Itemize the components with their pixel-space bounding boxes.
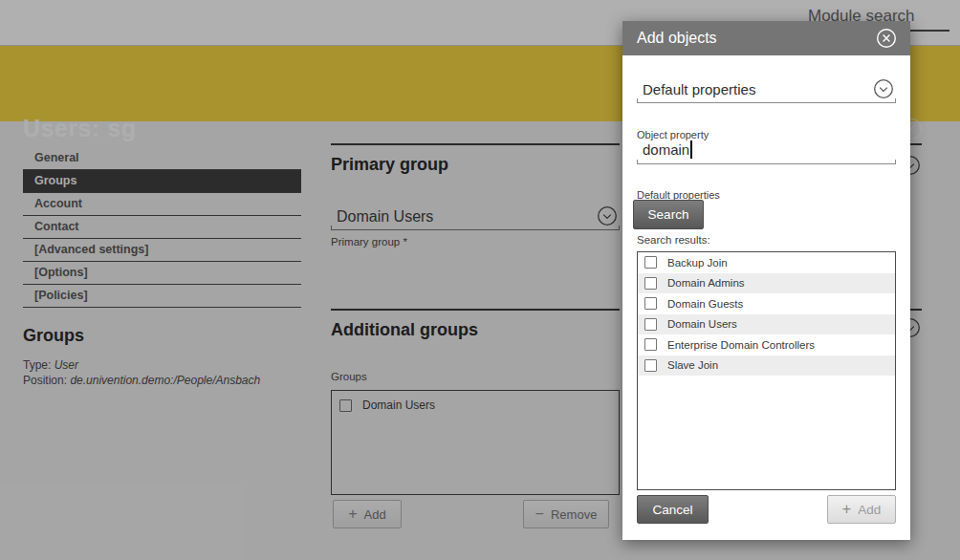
checkbox[interactable] [644,318,657,331]
search-result-label: Backup Join [667,257,728,269]
search-button[interactable]: Search [633,200,704,229]
dialog-close-icon[interactable] [876,28,897,49]
search-result-label: Enterprise Domain Controllers [667,339,815,351]
search-result-label: Slave Join [667,359,718,371]
checkbox[interactable] [644,297,657,310]
search-results-label: Search results: [637,234,710,246]
search-term-value: domain [643,140,692,159]
search-result-label: Domain Guests [667,298,743,310]
search-result-item[interactable]: Domain Admins [638,273,895,294]
cancel-button[interactable]: Cancel [637,495,709,524]
cancel-button-label: Cancel [652,503,692,517]
search-result-item[interactable]: Enterprise Domain Controllers [638,334,895,355]
chevron-down-icon[interactable] [873,78,894,99]
search-result-item[interactable]: Backup Join [638,252,895,273]
dialog-add-button[interactable]: + Add [827,495,896,524]
search-result-label: Domain Users [667,318,737,330]
text-caret [690,140,692,159]
checkbox[interactable] [644,359,657,372]
dialog-header[interactable]: Add objects [622,21,910,55]
dialog-title: Add objects [637,21,717,55]
search-result-item[interactable]: Domain Users [638,314,895,335]
search-term-input[interactable]: domain [637,138,896,164]
object-property-select[interactable]: Default properties [637,76,896,103]
checkbox[interactable] [644,256,657,269]
search-results-listbox[interactable]: Backup Join Domain Admins Domain Guests … [637,251,896,490]
search-result-item[interactable]: Slave Join [638,355,895,377]
search-result-label: Domain Admins [667,277,745,289]
plus-icon: + [842,502,851,517]
checkbox[interactable] [644,277,657,290]
search-button-label: Search [648,207,689,222]
checkbox[interactable] [644,338,657,351]
screen: Module search Users: sg General Groups [0,0,960,560]
search-result-item[interactable]: Domain Guests [638,293,895,314]
add-objects-dialog: Add objects Default properties Object pr… [622,21,910,540]
dialog-add-button-label: Add [858,503,881,517]
object-property-value: Default properties [643,81,755,97]
